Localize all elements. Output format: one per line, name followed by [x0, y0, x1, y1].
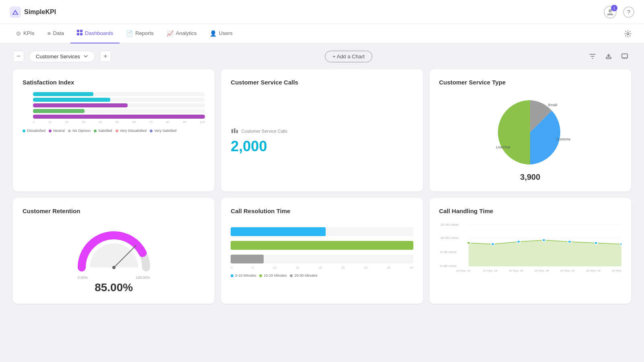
help-button[interactable]: ?	[623, 6, 634, 18]
svg-text:15.00 mins: 15.00 mins	[440, 223, 458, 226]
customer-service-calls-card: Customer Service Calls Customer Service …	[221, 69, 423, 191]
kpis-icon: ⊙	[16, 30, 21, 37]
pie-total: 3,900	[520, 173, 540, 182]
app-container: SimpleKPI 1 ? ⊙ KPIs ≡ Data	[0, 0, 644, 362]
user-avatar[interactable]: 1	[604, 6, 617, 19]
add-chart-button[interactable]: + Add a Chart	[325, 51, 372, 62]
bar-row	[23, 115, 205, 119]
analytics-icon: 📈	[167, 30, 173, 37]
toolbar-right	[586, 50, 631, 63]
header-right: 1 ?	[604, 6, 634, 19]
app-name: SimpleKPI	[24, 8, 56, 16]
nav-items: ⊙ KPIs ≡ Data Dashboards �	[10, 24, 239, 43]
svg-point-30	[542, 239, 545, 241]
svg-point-27	[467, 242, 470, 244]
svg-rect-4	[80, 30, 83, 32]
logo-icon	[10, 6, 21, 18]
metric-label: Customer Service Calls	[241, 129, 287, 134]
line-chart: 15.00 mins 10.00 mins 5.00 mins 0.00 min…	[439, 221, 621, 273]
svg-rect-5	[77, 33, 79, 35]
nav-item-reports[interactable]: 📄 Reports	[120, 24, 160, 43]
svg-text:21 Mar 18: 21 Mar 18	[483, 269, 497, 272]
nav-item-dashboards[interactable]: Dashboards	[70, 24, 120, 43]
svg-text:22 Mar 18: 22 Mar 18	[508, 269, 523, 272]
resolution-legend: 0-10 Minutes 10-20 Minutes 20-30 Minutes	[231, 274, 413, 278]
bar-row	[23, 98, 205, 102]
svg-rect-12	[236, 130, 238, 133]
svg-point-28	[491, 243, 494, 245]
svg-rect-1	[12, 14, 19, 15]
gauge-value: 85.00%	[95, 281, 133, 294]
metric-icon-row: Customer Service Calls	[231, 128, 287, 135]
satisfaction-bar-chart: 0 10 20 30 40 50 60 70 80 90 100 Dissati…	[23, 92, 205, 133]
metric-value: 2,000	[231, 138, 267, 155]
svg-rect-9	[622, 54, 627, 58]
svg-text:23 Mar 18: 23 Mar 18	[534, 269, 549, 272]
add-tab-button[interactable]: +	[100, 51, 111, 62]
hbar-row	[231, 227, 413, 236]
dashboard-select[interactable]: Customer Services	[29, 51, 95, 62]
nav-item-kpis[interactable]: ⊙ KPIs	[10, 24, 41, 43]
customer-service-type-title: Customer Service Type	[439, 79, 621, 86]
header: SimpleKPI 1 ?	[0, 0, 644, 24]
notification-badge: 1	[611, 5, 617, 11]
customer-service-type-card: Customer Service Type Email Customer Ser…	[429, 69, 631, 191]
svg-rect-3	[77, 30, 79, 32]
customer-service-calls-title: Customer Service Calls	[231, 79, 413, 86]
nav-item-users[interactable]: 👤 Users	[203, 24, 239, 43]
minus-button[interactable]: −	[13, 51, 24, 62]
svg-rect-10	[231, 129, 233, 133]
svg-text:0.00 mins: 0.00 mins	[440, 265, 456, 268]
svg-rect-0	[10, 6, 21, 18]
svg-text:Email: Email	[548, 103, 557, 107]
gauge-max-label: 100.00%	[136, 276, 150, 280]
chevron-down-icon	[83, 54, 88, 59]
svg-point-31	[568, 241, 571, 243]
bar-row	[23, 92, 205, 96]
satisfaction-legend: Dissatisfied Neutral No Opinion Satisfie…	[23, 129, 205, 133]
cards-grid: Satisfaction Index	[0, 69, 644, 317]
call-handling-time-title: Call Handling Time	[439, 208, 621, 214]
call-resolution-time-card: Call Resolution Time 0 5 10 15	[221, 198, 423, 304]
customer-retention-title: Customer Retention	[23, 208, 205, 214]
hbar-row	[231, 255, 413, 263]
pie-chart: Email Customer Service Calls LiveChat	[490, 92, 570, 173]
svg-point-29	[517, 241, 520, 243]
share-button[interactable]	[618, 50, 631, 63]
reports-icon: 📄	[126, 30, 133, 37]
svg-point-17	[112, 266, 116, 269]
settings-button[interactable]	[621, 27, 634, 40]
call-resolution-time-title: Call Resolution Time	[231, 208, 413, 214]
users-icon: 👤	[210, 30, 217, 37]
customer-retention-card: Customer Retention 0.00% 100.00%	[13, 198, 215, 304]
nav-item-analytics[interactable]: 📈 Analytics	[160, 24, 203, 43]
svg-text:5.00 mins: 5.00 mins	[440, 251, 456, 254]
nav-settings	[621, 27, 634, 40]
dashboard-toolbar: − Customer Services + + Add a Chart	[0, 43, 644, 69]
filter-button[interactable]	[586, 50, 599, 63]
svg-rect-6	[80, 33, 83, 35]
gauge-chart	[74, 227, 154, 276]
svg-text:24 Mar 18: 24 Mar 18	[560, 269, 574, 272]
nav: ⊙ KPIs ≡ Data Dashboards �	[0, 24, 644, 43]
toolbar-left: − Customer Services +	[13, 51, 111, 62]
svg-point-33	[620, 243, 621, 245]
line-chart-section: 15.00 mins 10.00 mins 5.00 mins 0.00 min…	[439, 221, 621, 275]
svg-text:LiveChat: LiveChat	[496, 145, 510, 149]
svg-text:Customer Service Calls: Customer Service Calls	[556, 137, 570, 141]
svg-rect-8	[606, 57, 611, 59]
nav-item-data[interactable]: ≡ Data	[41, 24, 70, 43]
download-button[interactable]	[602, 50, 615, 63]
bar-row	[23, 103, 205, 107]
call-handling-time-card: Call Handling Time 15.00 mins 10.00 mins…	[429, 198, 631, 304]
gauge-min-label: 0.00%	[78, 276, 88, 280]
svg-text:25 Mar 18: 25 Mar 18	[586, 269, 600, 272]
hbar-row	[231, 241, 413, 250]
call-resolution-bar-chart: 0 5 10 15 20 25 30 35 40 0-10 Minutes 10…	[231, 221, 413, 278]
dashboards-icon	[77, 30, 83, 37]
svg-text:20 Mar 18: 20 Mar 18	[456, 269, 471, 272]
svg-point-7	[627, 33, 629, 35]
svg-text:10.00 mins: 10.00 mins	[440, 237, 458, 240]
data-icon: ≡	[47, 30, 50, 37]
satisfaction-index-title: Satisfaction Index	[23, 79, 205, 86]
